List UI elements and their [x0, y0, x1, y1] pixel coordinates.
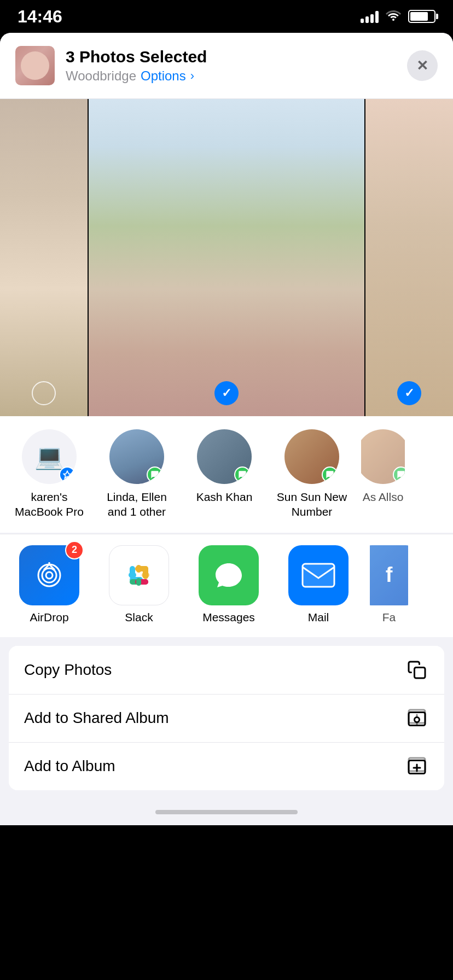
person-airdrop-macbook[interactable]: 💻 karen's MacBook Pro: [11, 429, 88, 520]
copy-photos-action[interactable]: Copy Photos: [9, 646, 444, 694]
header-info: 3 Photos Selected Woodbridge Options ›: [66, 48, 396, 84]
chevron-right-icon: ›: [190, 69, 194, 83]
messages-label: Messages: [202, 611, 255, 624]
app-partial[interactable]: f Fa: [370, 545, 408, 624]
airdrop-label: AirDrop: [30, 611, 68, 624]
status-icons: [361, 9, 435, 24]
selection-indicator-3[interactable]: ✓: [397, 381, 421, 405]
messages-app-icon: [199, 545, 259, 605]
share-sheet: 3 Photos Selected Woodbridge Options › ✕…: [0, 33, 453, 825]
messages-badge-sunsun: [322, 466, 338, 483]
checkmark-icon: ✓: [404, 386, 414, 400]
signal-icon: [361, 10, 379, 23]
close-icon: ✕: [416, 57, 428, 74]
mail-label: Mail: [308, 611, 329, 624]
photo-center[interactable]: ✓: [89, 99, 364, 416]
airdrop-badge: [59, 466, 76, 483]
svg-rect-16: [303, 564, 334, 587]
battery-icon: [408, 10, 435, 23]
person-linda-ellen[interactable]: Linda, Ellen and 1 other: [98, 429, 175, 520]
laptop-icon: 💻: [34, 442, 65, 471]
person-avatar-macbook: 💻: [22, 429, 77, 484]
person-avatar-sunsun: [284, 429, 339, 484]
svg-rect-15: [136, 578, 141, 586]
add-album-action[interactable]: Add to Album: [9, 742, 444, 790]
airdrop-badge-count: 2: [65, 541, 84, 559]
person-name-allso: As Allso: [363, 489, 404, 504]
header-avatar: [15, 46, 55, 85]
messages-badge-allso: [393, 466, 405, 483]
partial-app-letter: f: [386, 563, 393, 587]
app-slack[interactable]: Slack: [101, 545, 177, 624]
album-name: Woodbridge: [66, 68, 136, 84]
shared-album-icon: [405, 706, 429, 730]
home-indicator: [155, 810, 298, 814]
person-avatar-linda: [109, 429, 164, 484]
photo-right[interactable]: ✓: [365, 99, 453, 416]
messages-badge-linda: [147, 466, 163, 483]
app-icon-wrap-partial: f: [370, 545, 408, 605]
person-avatar-kash: [197, 429, 252, 484]
options-link[interactable]: Options: [141, 68, 186, 84]
slack-app-icon: [109, 545, 169, 605]
person-name-sunsun: Sun Sun New Number: [274, 489, 350, 520]
person-name-macbook: karen's MacBook Pro: [11, 489, 88, 520]
svg-rect-18: [415, 667, 426, 678]
photo-strip: ✓ ✓: [0, 99, 453, 416]
header-title: 3 Photos Selected: [66, 48, 396, 66]
selection-indicator-1[interactable]: [32, 381, 56, 405]
status-time: 14:46: [18, 7, 62, 27]
partial-app-icon: f: [370, 545, 408, 605]
app-icon-wrap-mail: [288, 545, 349, 605]
add-album-label: Add to Album: [24, 757, 115, 775]
wifi-icon: [385, 9, 402, 24]
close-button[interactable]: ✕: [407, 50, 438, 81]
copy-photos-label: Copy Photos: [24, 661, 112, 679]
app-icon-wrap-airdrop: 2: [19, 545, 79, 605]
app-icon-wrap-messages: [199, 545, 259, 605]
person-allso[interactable]: As Allso: [361, 429, 405, 520]
app-messages[interactable]: Messages: [190, 545, 267, 624]
header-subtitle: Woodbridge Options ›: [66, 68, 396, 84]
selection-indicator-2[interactable]: ✓: [214, 381, 239, 405]
svg-rect-14: [142, 573, 149, 578]
photo-left[interactable]: [0, 99, 88, 416]
apps-row: 2 AirDrop: [0, 534, 453, 637]
person-name-linda: Linda, Ellen and 1 other: [98, 489, 175, 520]
svg-rect-12: [129, 573, 136, 578]
add-album-icon: [405, 754, 429, 778]
partial-label: Fa: [382, 611, 396, 624]
bottom-area: [0, 799, 453, 825]
status-bar: 14:46: [0, 0, 453, 33]
add-shared-album-action[interactable]: Add to Shared Album: [9, 694, 444, 742]
messages-badge-kash: [234, 466, 251, 483]
add-shared-album-label: Add to Shared Album: [24, 709, 169, 727]
checkmark-icon: ✓: [222, 386, 231, 400]
sheet-header: 3 Photos Selected Woodbridge Options › ✕: [0, 33, 453, 99]
copy-icon: [405, 658, 429, 682]
person-name-kash: Kash Khan: [196, 489, 253, 504]
svg-point-2: [46, 572, 53, 579]
person-avatar-allso: [361, 429, 405, 484]
app-icon-wrap-slack: [109, 545, 169, 605]
person-sunsun[interactable]: Sun Sun New Number: [274, 429, 350, 520]
app-airdrop[interactable]: 2 AirDrop: [11, 545, 88, 624]
mail-app-icon: [288, 545, 349, 605]
app-mail[interactable]: Mail: [280, 545, 357, 624]
svg-rect-13: [136, 565, 141, 573]
people-row: 💻 karen's MacBook Pro Linda: [0, 416, 453, 533]
slack-label: Slack: [125, 611, 153, 624]
svg-point-1: [42, 568, 56, 582]
person-kash[interactable]: Kash Khan: [186, 429, 263, 520]
actions-list: Copy Photos Add to Shared Album: [9, 646, 444, 790]
